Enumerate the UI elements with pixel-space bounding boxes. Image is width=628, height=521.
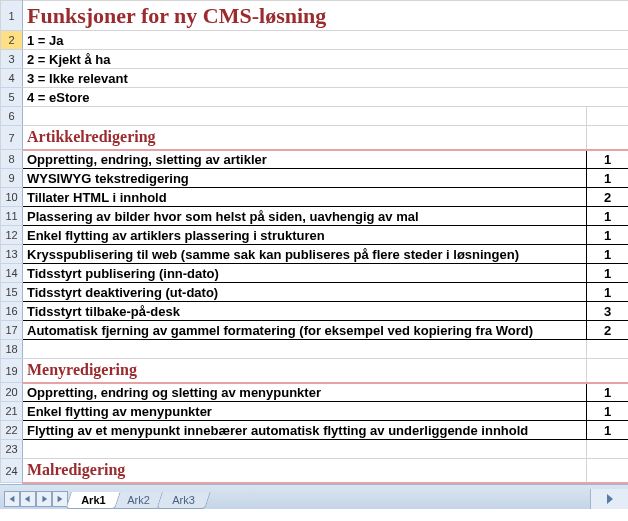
value-cell[interactable]: 1 — [587, 283, 629, 302]
value-cell[interactable]: 3 — [587, 302, 629, 321]
row-header[interactable]: 13 — [1, 245, 23, 264]
tab-nav-first-icon[interactable] — [4, 491, 20, 507]
row-header[interactable]: 8 — [1, 150, 23, 169]
tab-nav-next-icon[interactable] — [36, 491, 52, 507]
legend-item[interactable]: 3 = Ikke relevant — [23, 69, 629, 88]
feature-cell[interactable]: WYSIWYG tekstredigering — [23, 169, 587, 188]
row-header[interactable]: 18 — [1, 340, 23, 359]
cell[interactable] — [587, 440, 629, 459]
sheet-tab-ark1[interactable]: Ark1 — [65, 492, 121, 509]
cell[interactable] — [23, 340, 587, 359]
cell[interactable] — [587, 459, 629, 483]
row-header[interactable]: 24 — [1, 459, 23, 483]
section-heading[interactable]: Menyredigering — [23, 359, 587, 383]
feature-cell[interactable]: Tidsstyrt publisering (inn-dato) — [23, 264, 587, 283]
feature-cell[interactable]: Tillater HTML i innhold — [23, 188, 587, 207]
legend-item[interactable]: 1 = Ja — [23, 31, 629, 50]
cell[interactable] — [587, 359, 629, 383]
sheet-tab-bar: Ark1 Ark2 Ark3 — [0, 484, 628, 509]
row-header[interactable]: 23 — [1, 440, 23, 459]
cell[interactable] — [587, 340, 629, 359]
horizontal-scroll-right[interactable] — [590, 489, 628, 509]
row-header[interactable]: 16 — [1, 302, 23, 321]
value-cell[interactable]: 1 — [587, 421, 629, 440]
row-header[interactable]: 21 — [1, 402, 23, 421]
row-header[interactable]: 15 — [1, 283, 23, 302]
row-header[interactable]: 17 — [1, 321, 23, 340]
value-cell[interactable]: 2 — [587, 188, 629, 207]
value-cell[interactable]: 1 — [587, 226, 629, 245]
sheet-tab-label: Ark2 — [128, 494, 151, 506]
feature-cell[interactable]: Flytting av et menypunkt innebærer autom… — [23, 421, 587, 440]
row-header[interactable]: 10 — [1, 188, 23, 207]
value-cell[interactable]: 1 — [587, 383, 629, 402]
legend-item[interactable]: 2 = Kjekt å ha — [23, 50, 629, 69]
row-header[interactable]: 14 — [1, 264, 23, 283]
cell[interactable] — [23, 107, 587, 126]
row-header[interactable]: 19 — [1, 359, 23, 383]
section-heading[interactable]: Malredigering — [23, 459, 587, 483]
feature-cell[interactable]: Tidsstyrt deaktivering (ut-dato) — [23, 283, 587, 302]
sheet-tab-label: Ark1 — [81, 494, 105, 506]
sheet-tab-ark3[interactable]: Ark3 — [156, 492, 210, 509]
row-header[interactable]: 7 — [1, 126, 23, 150]
value-cell[interactable]: 1 — [587, 264, 629, 283]
row-header[interactable]: 22 — [1, 421, 23, 440]
row-header[interactable]: 3 — [1, 50, 23, 69]
row-header[interactable]: 20 — [1, 383, 23, 402]
page-title[interactable]: Funksjoner for ny CMS-løsning — [23, 1, 629, 31]
row-header[interactable]: 2 — [1, 31, 23, 50]
row-header[interactable]: 4 — [1, 69, 23, 88]
feature-cell[interactable]: Oppretting, endring og sletting av menyp… — [23, 383, 587, 402]
row-header[interactable]: 9 — [1, 169, 23, 188]
value-cell[interactable]: 1 — [587, 150, 629, 169]
value-cell[interactable]: 2 — [587, 321, 629, 340]
tab-nav-prev-icon[interactable] — [20, 491, 36, 507]
feature-cell[interactable]: Krysspublisering til web (samme sak kan … — [23, 245, 587, 264]
feature-cell[interactable]: Enkel flytting av artiklers plassering i… — [23, 226, 587, 245]
row-header[interactable]: 6 — [1, 107, 23, 126]
feature-cell[interactable]: Oppretting, endring, sletting av artikle… — [23, 150, 587, 169]
chevron-right-icon — [607, 494, 613, 504]
value-cell[interactable]: 1 — [587, 207, 629, 226]
value-cell[interactable]: 1 — [587, 402, 629, 421]
spreadsheet-grid[interactable]: 1 Funksjoner for ny CMS-løsning 2 1 = Ja… — [0, 0, 628, 484]
tab-nav-group — [4, 491, 68, 507]
value-cell[interactable]: 1 — [587, 169, 629, 188]
legend-item[interactable]: 4 = eStore — [23, 88, 629, 107]
feature-cell[interactable]: Automatisk fjerning av gammel formaterin… — [23, 321, 587, 340]
feature-cell[interactable]: Tidsstyrt tilbake-på-desk — [23, 302, 587, 321]
cell[interactable] — [587, 107, 629, 126]
section-heading[interactable]: Artikkelredigering — [23, 126, 587, 150]
row-header[interactable]: 5 — [1, 88, 23, 107]
cell[interactable] — [23, 440, 587, 459]
value-cell[interactable]: 1 — [587, 245, 629, 264]
row-header[interactable]: 1 — [1, 1, 23, 31]
cell[interactable] — [587, 126, 629, 150]
sheet-tab-label: Ark3 — [172, 494, 195, 506]
row-header[interactable]: 11 — [1, 207, 23, 226]
feature-cell[interactable]: Enkel flytting av menypunkter — [23, 402, 587, 421]
feature-cell[interactable]: Plassering av bilder hvor som helst på s… — [23, 207, 587, 226]
row-header[interactable]: 12 — [1, 226, 23, 245]
